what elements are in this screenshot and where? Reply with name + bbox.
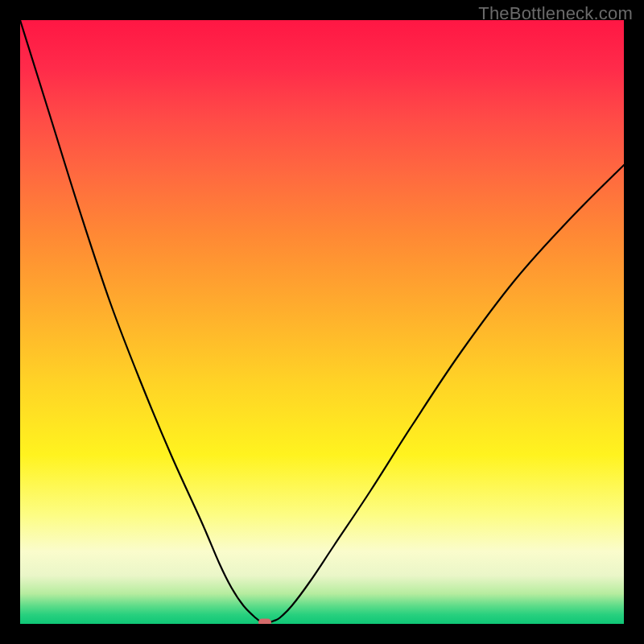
watermark-text: TheBottleneck.com <box>478 3 633 24</box>
curve-svg <box>20 20 624 624</box>
plot-area <box>20 20 624 624</box>
chart-frame: TheBottleneck.com <box>0 0 644 644</box>
optimum-marker <box>258 618 271 624</box>
bottleneck-curve <box>20 20 624 623</box>
